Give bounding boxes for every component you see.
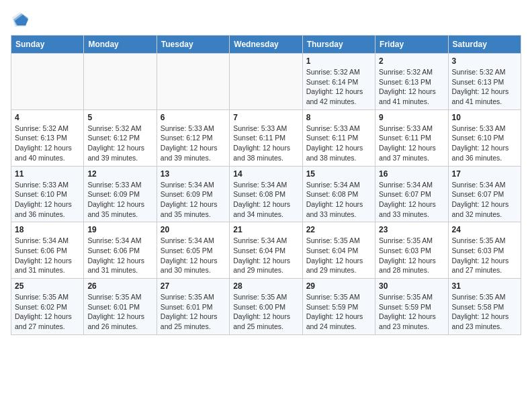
day-number: 4 [15, 113, 80, 122]
day-info: Sunrise: 5:35 AM Sunset: 6:02 PM Dayligh… [15, 292, 80, 332]
day-info: Sunrise: 5:35 AM Sunset: 6:00 PM Dayligh… [233, 292, 298, 332]
day-info: Sunrise: 5:32 AM Sunset: 6:13 PM Dayligh… [15, 124, 80, 163]
day-number: 26 [87, 281, 152, 291]
day-number: 22 [306, 225, 371, 234]
calendar-week-row: 1Sunrise: 5:32 AM Sunset: 6:14 PM Daylig… [11, 54, 521, 110]
logo-icon [11, 11, 30, 30]
logo [11, 11, 32, 30]
calendar-day: 27Sunrise: 5:35 AM Sunset: 6:01 PM Dayli… [157, 279, 229, 335]
calendar-empty-day [11, 54, 84, 110]
calendar-empty-day [157, 54, 229, 110]
weekday-header: Sunday [11, 36, 84, 54]
day-info: Sunrise: 5:33 AM Sunset: 6:10 PM Dayligh… [15, 180, 80, 220]
day-number: 17 [452, 169, 517, 179]
weekday-header: Friday [375, 36, 448, 54]
day-number: 24 [452, 225, 517, 234]
weekday-header: Saturday [448, 36, 521, 54]
day-number: 23 [379, 225, 444, 234]
page-header [11, 11, 521, 30]
day-number: 30 [379, 281, 444, 291]
calendar-day: 13Sunrise: 5:34 AM Sunset: 6:09 PM Dayli… [157, 166, 229, 222]
day-number: 28 [233, 281, 298, 291]
day-info: Sunrise: 5:35 AM Sunset: 5:59 PM Dayligh… [379, 292, 444, 332]
calendar-day: 15Sunrise: 5:34 AM Sunset: 6:08 PM Dayli… [302, 166, 375, 222]
day-number: 3 [452, 56, 517, 66]
day-info: Sunrise: 5:34 AM Sunset: 6:07 PM Dayligh… [452, 180, 517, 220]
day-info: Sunrise: 5:34 AM Sunset: 6:08 PM Dayligh… [233, 180, 298, 220]
day-number: 5 [87, 113, 152, 122]
calendar-day: 21Sunrise: 5:34 AM Sunset: 6:04 PM Dayli… [230, 222, 302, 279]
calendar-day: 23Sunrise: 5:35 AM Sunset: 6:03 PM Dayli… [375, 222, 448, 279]
day-info: Sunrise: 5:32 AM Sunset: 6:14 PM Dayligh… [306, 67, 371, 107]
calendar-day: 20Sunrise: 5:34 AM Sunset: 6:05 PM Dayli… [157, 222, 229, 279]
day-info: Sunrise: 5:33 AM Sunset: 6:11 PM Dayligh… [306, 124, 371, 163]
day-info: Sunrise: 5:34 AM Sunset: 6:05 PM Dayligh… [161, 236, 226, 275]
calendar-table: SundayMondayTuesdayWednesdayThursdayFrid… [11, 35, 521, 335]
day-info: Sunrise: 5:32 AM Sunset: 6:12 PM Dayligh… [87, 124, 152, 163]
day-info: Sunrise: 5:35 AM Sunset: 6:03 PM Dayligh… [379, 236, 444, 275]
day-info: Sunrise: 5:34 AM Sunset: 6:09 PM Dayligh… [161, 180, 226, 220]
calendar-day: 18Sunrise: 5:34 AM Sunset: 6:06 PM Dayli… [11, 222, 84, 279]
calendar-day: 14Sunrise: 5:34 AM Sunset: 6:08 PM Dayli… [230, 166, 302, 222]
weekday-header: Tuesday [157, 36, 229, 54]
calendar-body: 1Sunrise: 5:32 AM Sunset: 6:14 PM Daylig… [11, 54, 521, 335]
calendar-day: 9Sunrise: 5:33 AM Sunset: 6:11 PM Daylig… [375, 109, 448, 166]
day-number: 18 [15, 225, 80, 234]
calendar-day: 12Sunrise: 5:33 AM Sunset: 6:09 PM Dayli… [84, 166, 157, 222]
calendar-empty-day [230, 54, 302, 110]
day-info: Sunrise: 5:33 AM Sunset: 6:10 PM Dayligh… [452, 124, 517, 163]
calendar-day: 7Sunrise: 5:33 AM Sunset: 6:11 PM Daylig… [230, 109, 302, 166]
day-number: 1 [306, 56, 371, 66]
calendar-day: 6Sunrise: 5:33 AM Sunset: 6:12 PM Daylig… [157, 109, 229, 166]
calendar-day: 26Sunrise: 5:35 AM Sunset: 6:01 PM Dayli… [84, 279, 157, 335]
day-number: 31 [452, 281, 517, 291]
day-info: Sunrise: 5:33 AM Sunset: 6:11 PM Dayligh… [379, 124, 444, 163]
day-info: Sunrise: 5:33 AM Sunset: 6:12 PM Dayligh… [161, 124, 226, 163]
day-number: 10 [452, 113, 517, 122]
weekday-header: Wednesday [230, 36, 302, 54]
day-info: Sunrise: 5:34 AM Sunset: 6:06 PM Dayligh… [87, 236, 152, 275]
day-info: Sunrise: 5:35 AM Sunset: 6:01 PM Dayligh… [161, 292, 226, 332]
day-number: 7 [233, 113, 298, 122]
day-info: Sunrise: 5:33 AM Sunset: 6:09 PM Dayligh… [87, 180, 152, 220]
day-number: 13 [161, 169, 226, 179]
day-number: 12 [87, 169, 152, 179]
calendar-day: 19Sunrise: 5:34 AM Sunset: 6:06 PM Dayli… [84, 222, 157, 279]
calendar-day: 8Sunrise: 5:33 AM Sunset: 6:11 PM Daylig… [302, 109, 375, 166]
day-info: Sunrise: 5:34 AM Sunset: 6:07 PM Dayligh… [379, 180, 444, 220]
calendar-day: 2Sunrise: 5:32 AM Sunset: 6:13 PM Daylig… [375, 54, 448, 110]
day-number: 11 [15, 169, 80, 179]
calendar-week-row: 4Sunrise: 5:32 AM Sunset: 6:13 PM Daylig… [11, 109, 521, 166]
calendar-day: 31Sunrise: 5:35 AM Sunset: 5:58 PM Dayli… [448, 279, 521, 335]
day-info: Sunrise: 5:34 AM Sunset: 6:08 PM Dayligh… [306, 180, 371, 220]
day-info: Sunrise: 5:35 AM Sunset: 6:03 PM Dayligh… [452, 236, 517, 275]
day-number: 14 [233, 169, 298, 179]
weekday-header: Thursday [302, 36, 375, 54]
calendar-empty-day [84, 54, 157, 110]
day-info: Sunrise: 5:34 AM Sunset: 6:06 PM Dayligh… [15, 236, 80, 275]
day-info: Sunrise: 5:35 AM Sunset: 5:58 PM Dayligh… [452, 292, 517, 332]
calendar-day: 29Sunrise: 5:35 AM Sunset: 5:59 PM Dayli… [302, 279, 375, 335]
calendar-day: 30Sunrise: 5:35 AM Sunset: 5:59 PM Dayli… [375, 279, 448, 335]
day-number: 9 [379, 113, 444, 122]
calendar-day: 16Sunrise: 5:34 AM Sunset: 6:07 PM Dayli… [375, 166, 448, 222]
calendar-day: 11Sunrise: 5:33 AM Sunset: 6:10 PM Dayli… [11, 166, 84, 222]
calendar-day: 17Sunrise: 5:34 AM Sunset: 6:07 PM Dayli… [448, 166, 521, 222]
day-number: 8 [306, 113, 371, 122]
day-number: 20 [161, 225, 226, 234]
calendar-week-row: 25Sunrise: 5:35 AM Sunset: 6:02 PM Dayli… [11, 279, 521, 335]
day-number: 29 [306, 281, 371, 291]
day-number: 2 [379, 56, 444, 66]
calendar-day: 4Sunrise: 5:32 AM Sunset: 6:13 PM Daylig… [11, 109, 84, 166]
calendar-day: 25Sunrise: 5:35 AM Sunset: 6:02 PM Dayli… [11, 279, 84, 335]
day-number: 15 [306, 169, 371, 179]
calendar-day: 28Sunrise: 5:35 AM Sunset: 6:00 PM Dayli… [230, 279, 302, 335]
weekday-header: Monday [84, 36, 157, 54]
day-info: Sunrise: 5:32 AM Sunset: 6:13 PM Dayligh… [452, 67, 517, 107]
day-info: Sunrise: 5:35 AM Sunset: 5:59 PM Dayligh… [306, 292, 371, 332]
day-number: 19 [87, 225, 152, 234]
day-info: Sunrise: 5:35 AM Sunset: 6:04 PM Dayligh… [306, 236, 371, 275]
calendar-day: 22Sunrise: 5:35 AM Sunset: 6:04 PM Dayli… [302, 222, 375, 279]
day-info: Sunrise: 5:34 AM Sunset: 6:04 PM Dayligh… [233, 236, 298, 275]
calendar-day: 24Sunrise: 5:35 AM Sunset: 6:03 PM Dayli… [448, 222, 521, 279]
